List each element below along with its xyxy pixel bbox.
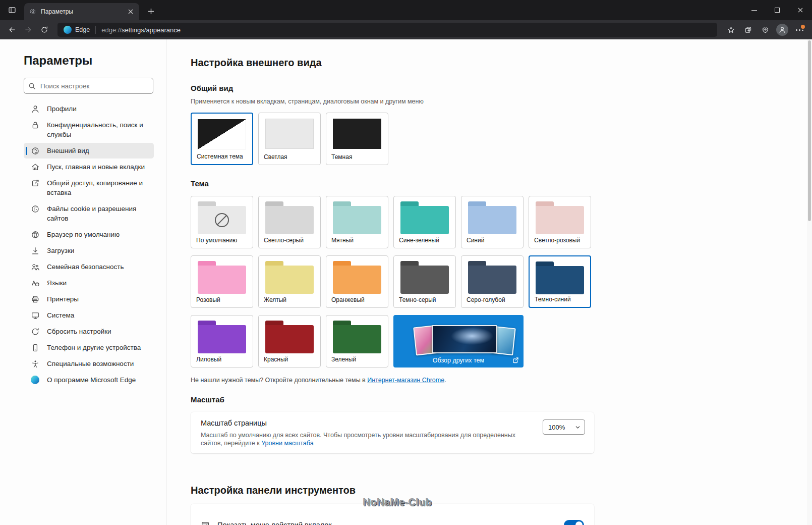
search-input[interactable]: [39, 82, 149, 90]
theme-card[interactable]: Светло-розовый: [529, 196, 591, 248]
refresh-button[interactable]: [36, 22, 52, 38]
folder-preview: [265, 321, 314, 353]
address-bar[interactable]: Edge edge://settings/appearance: [57, 23, 717, 37]
theme-card[interactable]: Розовый: [191, 255, 253, 308]
theme-thumbnail: [432, 325, 497, 353]
zoom-section-heading: Масштаб: [191, 395, 812, 405]
share-icon: [31, 179, 40, 188]
sidebar-item-label: Профили: [47, 104, 77, 114]
sidebar-item-start[interactable]: Пуск, главная и новые вкладки: [24, 159, 154, 175]
more-themes-suffix: .: [444, 377, 446, 384]
tab-close-icon[interactable]: [126, 7, 135, 16]
sidebar-item-reset[interactable]: Сбросить настройки: [24, 324, 154, 339]
theme-card[interactable]: Оранжевый: [326, 255, 388, 308]
theme-card[interactable]: Темно-серый: [393, 255, 456, 308]
sidebar-item-phone[interactable]: Телефон и другие устройства: [24, 340, 154, 355]
browser-essentials-icon[interactable]: [757, 21, 774, 38]
sidebar-item-downloads[interactable]: Загрузки: [24, 243, 154, 258]
browse-themes-label: Обзор других тем: [393, 357, 524, 364]
url-scheme: edge://: [101, 26, 122, 34]
active-tab[interactable]: Параметры: [24, 3, 139, 20]
theme-label: Сине-зеленый: [399, 237, 439, 244]
new-tab-button[interactable]: [144, 5, 157, 18]
close-button[interactable]: [789, 0, 812, 20]
scrollbar[interactable]: [807, 39, 812, 525]
theme-card[interactable]: Мятный: [326, 196, 388, 248]
theme-label: Оранжевый: [331, 296, 365, 303]
settings-more-icon[interactable]: [791, 21, 808, 38]
theme-card[interactable]: Зеленый: [326, 315, 388, 368]
settings-gear-icon: [29, 8, 36, 15]
profile-avatar[interactable]: [774, 21, 791, 38]
sidebar-item-default-browser[interactable]: Браузер по умолчанию: [24, 227, 154, 242]
folder-preview: [333, 201, 381, 234]
address-divider: [95, 26, 96, 34]
sidebar-item-accessibility[interactable]: Специальные возможности: [24, 356, 154, 372]
theme-card[interactable]: Сине-зеленый: [393, 196, 456, 248]
forward-button[interactable]: [20, 22, 36, 38]
url-text: edge://settings/appearance: [101, 26, 181, 34]
sidebar-item-languages[interactable]: Языки: [24, 275, 154, 291]
scrollbar-thumb[interactable]: [808, 40, 811, 221]
zoom-levels-link[interactable]: Уровни масштаба: [261, 440, 313, 447]
collections-icon[interactable]: [739, 21, 757, 38]
theme-card[interactable]: Желтый: [258, 255, 321, 308]
mode-card-system[interactable]: Системная тема: [191, 113, 253, 165]
sidebar-item-cookies[interactable]: Файлы cookie и разрешения сайтов: [24, 201, 154, 226]
sidebar-item-profiles[interactable]: Профили: [24, 101, 154, 117]
edge-logo-icon: [31, 376, 40, 385]
folder-preview: [468, 261, 516, 294]
back-button[interactable]: [4, 22, 20, 38]
mode-card-dark[interactable]: Темная: [326, 113, 388, 165]
start-icon: [31, 163, 40, 172]
titlebar: Параметры: [0, 0, 812, 20]
sidebar-item-system[interactable]: Система: [24, 307, 154, 323]
zoom-level-dropdown[interactable]: 100%: [543, 419, 585, 435]
show-tab-actions-toggle[interactable]: [564, 520, 584, 525]
theme-label: Красный: [264, 356, 288, 363]
settings-search-box[interactable]: [24, 78, 153, 94]
browse-themes-card[interactable]: Обзор других тем: [393, 315, 524, 368]
sidebar-item-printers[interactable]: Принтеры: [24, 291, 154, 307]
theme-card[interactable]: Светло-серый: [258, 196, 321, 248]
overall-section-heading: Общий вид: [191, 83, 812, 93]
theme-card[interactable]: Темно-синий: [529, 255, 591, 308]
sidebar-item-family[interactable]: Семейная безопасность: [24, 259, 154, 275]
system-icon: [31, 311, 40, 320]
theme-card[interactable]: Лиловый: [191, 315, 253, 368]
sidebar-item-privacy[interactable]: Конфиденциальность, поиск и службы: [24, 117, 154, 142]
mode-label: Системная тема: [197, 153, 243, 160]
favorites-icon[interactable]: [722, 21, 739, 38]
languages-icon: [31, 279, 40, 288]
edge-logo-icon: [64, 26, 72, 34]
sidebar-item-label: Принтеры: [47, 294, 79, 304]
sidebar-item-edge-logo[interactable]: О программе Microsoft Edge: [24, 372, 154, 388]
minimize-button[interactable]: [742, 0, 766, 20]
mode-card-light[interactable]: Светлая: [258, 113, 321, 165]
chrome-webstore-link[interactable]: Интернет-магазин Chrome: [367, 377, 444, 384]
sidebar-item-share[interactable]: Общий доступ, копирование и вставка: [24, 175, 154, 200]
open-external-icon: [512, 357, 519, 363]
theme-card[interactable]: По умолчанию: [191, 196, 253, 248]
tab-actions-menu-button[interactable]: [7, 5, 18, 16]
theme-card[interactable]: Серо-голубой: [461, 255, 524, 308]
theme-card[interactable]: Синий: [461, 196, 524, 248]
sidebar-item-label: Система: [47, 310, 74, 320]
theme-card[interactable]: Красный: [258, 315, 321, 368]
navigation-bar: Edge edge://settings/appearance: [0, 20, 812, 39]
theme-label: Светло-розовый: [534, 237, 580, 244]
toolbar-section-heading: Настройка панели инструментов: [191, 484, 812, 497]
mode-label: Темная: [331, 153, 352, 161]
maximize-button[interactable]: [766, 0, 789, 20]
zoom-card: Масштаб страницы Масштаб по умолчанию дл…: [191, 412, 594, 453]
phone-icon: [31, 343, 40, 352]
sidebar-item-label: Загрузки: [47, 246, 74, 255]
watermark: NoNaMe-Club: [363, 497, 432, 508]
folder-preview: [333, 261, 381, 294]
sidebar-item-label: Файлы cookie и разрешения сайтов: [47, 204, 150, 223]
theme-label: Серо-голубой: [467, 296, 505, 303]
sidebar-item-appearance[interactable]: Внешний вид: [24, 143, 154, 159]
overall-section-subtitle: Применяется к новым вкладкам, страницам,…: [191, 97, 812, 106]
profiles-icon: [31, 104, 40, 114]
folder-preview: [468, 201, 516, 234]
